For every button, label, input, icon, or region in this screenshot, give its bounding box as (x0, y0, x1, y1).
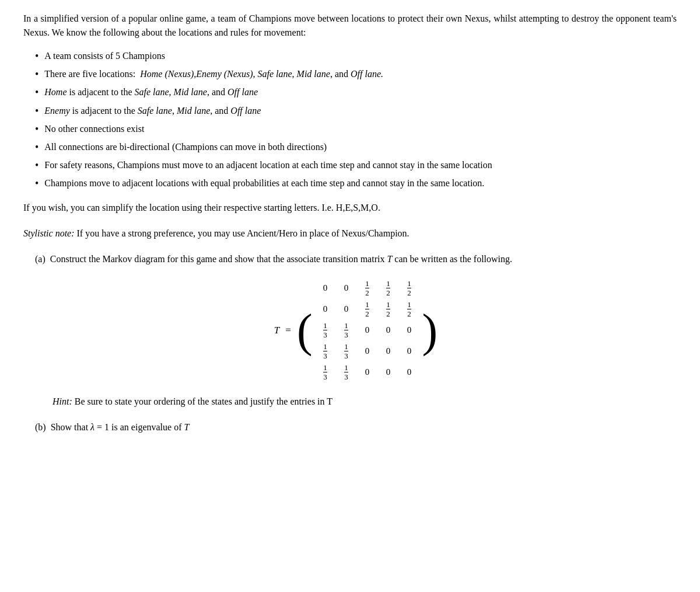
part-b-section: (b) Show that λ = 1 is an eigenvalue of … (35, 420, 677, 434)
matrix-grid: 0 0 12 12 12 0 0 12 12 (315, 278, 420, 383)
matrix-cell: 0 (407, 326, 412, 335)
matrix-container: T = ( 0 0 12 12 12 0 0 12 (35, 278, 677, 383)
list-item: All connections are bi-directional (Cham… (35, 140, 677, 155)
matrix-cell: 0 (323, 305, 328, 314)
intro-paragraph: In a simplified version of a popular onl… (23, 12, 677, 40)
hint-text: Hint: Be sure to state your ordering of … (52, 395, 677, 409)
matrix-label: T (274, 323, 279, 338)
list-item: Champions move to adjacent locations wit… (35, 176, 677, 191)
matrix-cell: 0 (365, 326, 370, 335)
list-item-text: Champions move to adjacent locations wit… (44, 176, 484, 190)
simplify-paragraph: If you wish, you can simplify the locati… (23, 201, 677, 215)
matrix-cell: 0 (323, 284, 328, 292)
matrix-cell: 13 (344, 364, 348, 381)
part-a-section: (a) Construct the Markov diagram for thi… (35, 252, 677, 409)
list-item: There are five locations: Home (Nexus),E… (35, 67, 677, 82)
list-item-text: For safety reasons, Champions must move … (44, 158, 492, 172)
list-item-text: Home is adjacent to the Safe lane, Mid l… (44, 85, 258, 99)
matrix-cell: 0 (386, 368, 391, 377)
left-paren: ( (297, 307, 313, 354)
matrix-cell: 0 (407, 368, 412, 377)
matrix-cell: 12 (386, 280, 390, 297)
bullet-list: A team consists of 5 Champions There are… (35, 49, 677, 191)
part-a-label: (a) (35, 254, 46, 264)
list-item: For safety reasons, Champions must move … (35, 158, 677, 173)
matrix-cell: 0 (407, 347, 412, 356)
list-item-text: There are five locations: Home (Nexus),E… (44, 67, 383, 81)
stylistic-note-prefix: Stylistic note: (23, 228, 75, 238)
matrix-cell: 13 (344, 343, 348, 360)
stylistic-note: Stylistic note: If you have a strong pre… (23, 227, 677, 241)
matrix-cell: 12 (365, 301, 369, 318)
matrix-cell: 12 (365, 280, 369, 297)
list-item-text: No other connections exist (44, 122, 144, 136)
hint-body: Be sure to state your ordering of the st… (72, 396, 332, 406)
list-item-text: All connections are bi-directional (Cham… (44, 140, 327, 154)
part-a-text: (a) Construct the Markov diagram for thi… (35, 252, 677, 266)
matrix-cell: 13 (323, 322, 327, 339)
matrix-cell: 12 (386, 301, 390, 318)
matrix-cell: 12 (407, 280, 411, 297)
list-item: Home is adjacent to the Safe lane, Mid l… (35, 85, 677, 100)
list-item-text: A team consists of 5 Champions (44, 49, 165, 63)
matrix-equals: = (285, 323, 291, 338)
right-paren: ) (422, 307, 438, 354)
matrix-cell: 0 (344, 305, 349, 314)
list-item: A team consists of 5 Champions (35, 49, 677, 64)
stylistic-note-text: If you have a strong preference, you may… (75, 228, 410, 238)
list-item: Enemy is adjacent to the Safe lane, Mid … (35, 104, 677, 119)
matrix-cell: 0 (365, 347, 370, 356)
matrix-cell: 13 (323, 343, 327, 360)
matrix-cell: 0 (386, 347, 391, 356)
matrix-cell: 13 (323, 364, 327, 381)
part-b-label: (b) (35, 422, 46, 432)
list-item: No other connections exist (35, 122, 677, 137)
list-item-text: Enemy is adjacent to the Safe lane, Mid … (44, 104, 261, 118)
part-b-text: (b) Show that λ = 1 is an eigenvalue of … (35, 420, 677, 434)
matrix-cell: 13 (344, 322, 348, 339)
matrix-cell: 0 (344, 284, 349, 292)
matrix-wrapper: ( 0 0 12 12 12 0 0 12 (297, 278, 438, 383)
matrix-cell: 12 (407, 301, 411, 318)
matrix-cell: 0 (386, 326, 391, 335)
matrix-cell: 0 (365, 368, 370, 377)
hint-prefix: Hint: (52, 396, 72, 406)
